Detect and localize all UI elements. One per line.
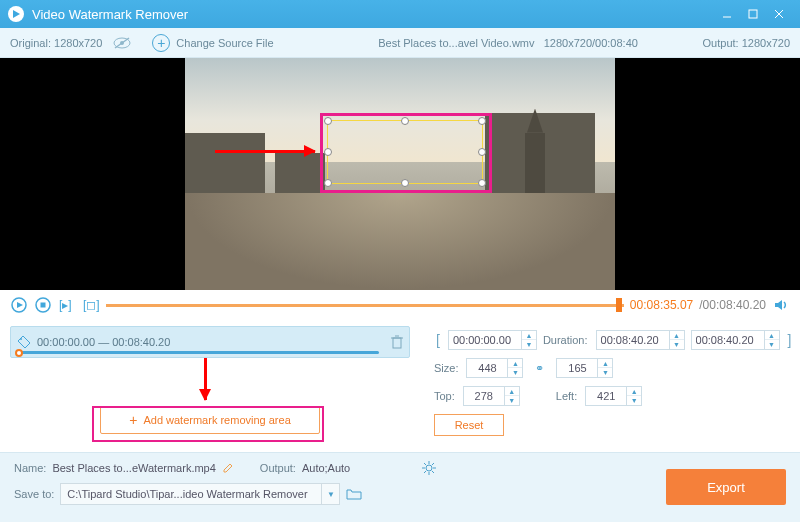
change-source-label: Change Source File [176,37,273,49]
output-resolution: Output: 1280x720 [703,37,790,49]
maximize-button[interactable] [740,4,766,24]
clip-tag-icon [17,335,31,349]
playback-bar: [▸] [◻] 00:08:35.07/00:08:40.20 [0,290,800,320]
footer: Name: Best Places to...eWatermark.mp4 Ou… [0,452,800,522]
size-label: Size: [434,362,458,374]
saveto-label: Save to: [14,488,54,500]
plus-icon: + [152,34,170,52]
svg-line-27 [432,463,434,465]
output-label: Output: [260,462,296,474]
add-watermark-area-button[interactable]: + Add watermark removing area [100,406,320,434]
duration-field[interactable]: ▲▼ [596,330,685,350]
start-time-field[interactable]: ▲▼ [448,330,537,350]
svg-rect-11 [41,303,46,308]
svg-text:[◻]: [◻] [83,298,99,312]
svg-line-26 [424,471,426,473]
change-source-button[interactable]: + Change Source File [152,34,273,52]
svg-text:[▸]: [▸] [59,298,72,312]
info-toolbar: Original: 1280x720 + Change Source File … [0,28,800,58]
reset-button[interactable]: Reset [434,414,504,436]
width-field[interactable]: ▲▼ [466,358,523,378]
export-button[interactable]: Export [666,469,786,505]
prev-frame-button[interactable]: [▸] [58,296,76,314]
video-frame [185,58,615,290]
open-folder-icon[interactable] [346,488,362,500]
minimize-button[interactable] [714,4,740,24]
svg-rect-16 [393,338,401,348]
name-label: Name: [14,462,46,474]
time-total: /00:08:40.20 [699,298,766,312]
time-current: 00:08:35.07 [630,298,693,312]
clips-panel: 00:00:00.00 — 00:08:40.20 + Add watermar… [0,320,420,452]
delete-clip-icon[interactable] [391,335,403,349]
svg-marker-9 [17,302,23,308]
title-bar: Video Watermark Remover [0,0,800,28]
top-field[interactable]: ▲▼ [463,386,520,406]
bracket-open: [ [434,332,442,348]
saveto-path-field[interactable]: ▼ [60,483,340,505]
annotation-arrow-icon [215,150,315,153]
link-aspect-icon[interactable]: ⚭ [529,362,550,375]
app-logo-icon [8,6,24,22]
volume-icon[interactable] [772,296,790,314]
preview-toggle-icon[interactable] [112,36,132,50]
annotation-arrow-down-icon [204,358,207,400]
svg-point-15 [20,338,22,340]
end-time-field[interactable]: ▲▼ [691,330,780,350]
left-label: Left: [556,390,577,402]
clip-range: 00:00:00.00 — 00:08:40.20 [37,336,170,348]
svg-line-24 [424,463,426,465]
bracket-close: ] [786,332,794,348]
duration-label: Duration: [543,334,588,346]
region-panel: [ ▲▼ Duration: ▲▼ ▲▼ ] Size: ▲▼ ⚭ ▲▼ Top… [420,320,800,452]
svg-rect-2 [749,10,757,18]
next-frame-button[interactable]: [◻] [82,296,100,314]
watermark-selection[interactable] [327,120,483,184]
close-button[interactable] [766,4,792,24]
svg-point-19 [426,465,432,471]
source-filename: Best Places to...avel Video.wmv 1280x720… [314,37,703,49]
seek-slider[interactable] [106,300,624,310]
output-value: Auto;Auto [302,462,350,474]
plus-icon: + [129,412,137,428]
settings-panels: 00:00:00.00 — 00:08:40.20 + Add watermar… [0,320,800,452]
app-title: Video Watermark Remover [32,7,714,22]
left-field[interactable]: ▲▼ [585,386,642,406]
saveto-dropdown-icon[interactable]: ▼ [321,484,339,504]
output-name: Best Places to...eWatermark.mp4 [52,462,215,474]
clip-item[interactable]: 00:00:00.00 — 00:08:40.20 [10,326,410,358]
play-button[interactable] [10,296,28,314]
stop-button[interactable] [34,296,52,314]
svg-marker-0 [13,10,20,18]
output-settings-icon[interactable] [422,461,436,475]
svg-marker-14 [775,300,782,310]
edit-name-icon[interactable] [222,462,234,474]
top-label: Top: [434,390,455,402]
original-resolution: Original: 1280x720 [10,37,102,49]
height-field[interactable]: ▲▼ [556,358,613,378]
svg-line-25 [432,471,434,473]
add-area-label: Add watermark removing area [143,414,290,426]
video-preview[interactable] [0,58,800,290]
